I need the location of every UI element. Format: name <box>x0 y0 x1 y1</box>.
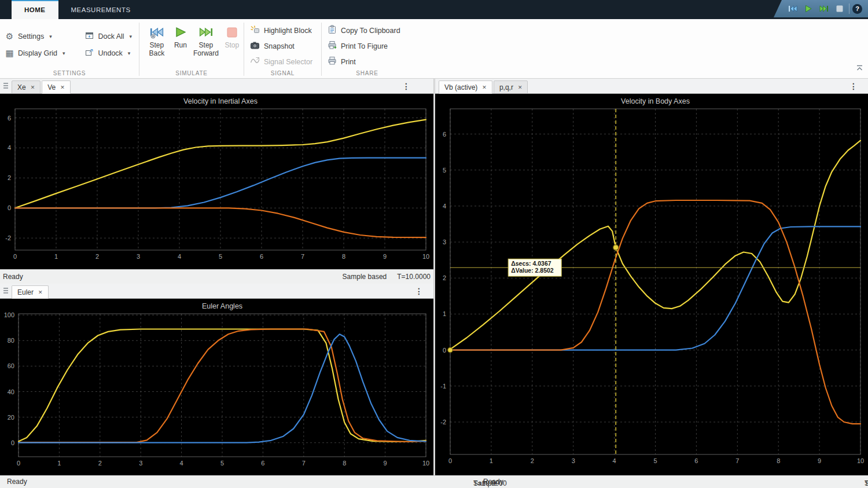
copy-to-clipboard-label: Copy To Clipboard <box>341 27 400 35</box>
playback-divider <box>849 3 849 14</box>
svg-text:2: 2 <box>95 253 99 260</box>
svg-text:5: 5 <box>219 253 222 260</box>
svg-text:-1: -1 <box>440 383 446 390</box>
signal-selector-button[interactable]: Signal Selector <box>250 54 321 69</box>
status-ready: Ready <box>7 478 27 486</box>
tab-ve[interactable]: Ve ✕ <box>42 80 71 94</box>
ribbon-group-share: Copy To Clipboard Print To Figure <box>322 19 413 78</box>
dock-icon <box>84 31 94 41</box>
svg-text:6: 6 <box>694 457 698 464</box>
undock-label: Undock <box>98 49 122 57</box>
close-tab-icon[interactable]: ✕ <box>38 289 43 295</box>
undock-button[interactable]: Undock ▾ <box>84 45 139 61</box>
signal-selector-label: Signal Selector <box>264 58 312 66</box>
highlight-block-label: Highlight Block <box>264 27 312 35</box>
svg-text:0: 0 <box>448 457 452 464</box>
collapse-ribbon-icon <box>856 65 863 71</box>
tab-label: Vb (active) <box>444 83 477 91</box>
help-button[interactable]: ? <box>852 4 862 14</box>
status-sample-based: Sample based <box>343 273 387 281</box>
display-grid-button[interactable]: ▦ Display Grid ▾ <box>5 45 72 61</box>
settings-button[interactable]: ⚙ Settings ▾ <box>5 28 72 44</box>
svg-text:7: 7 <box>301 253 304 260</box>
copy-to-clipboard-button[interactable]: Copy To Clipboard <box>328 23 413 38</box>
svg-text:ΔValue: 2.8502: ΔValue: 2.8502 <box>511 267 554 274</box>
tab-pqr[interactable]: p,q,r ✕ <box>494 80 528 94</box>
svg-text:10: 10 <box>422 253 429 260</box>
svg-text:1: 1 <box>57 460 61 467</box>
svg-text:10: 10 <box>422 460 429 467</box>
svg-text:40: 40 <box>8 388 14 395</box>
svg-text:80: 80 <box>8 337 14 344</box>
collapse-ribbon-button[interactable] <box>856 63 863 74</box>
svg-text:1: 1 <box>54 253 58 260</box>
svg-text:4: 4 <box>180 460 183 467</box>
chevron-down-icon[interactable]: ▾ <box>49 34 52 39</box>
svg-text:0: 0 <box>13 253 17 260</box>
svg-text:6: 6 <box>8 115 11 122</box>
svg-text:3: 3 <box>137 253 140 260</box>
svg-text:1: 1 <box>490 457 493 464</box>
svg-text:Velocity in Inertial Axes: Velocity in Inertial Axes <box>183 97 258 105</box>
close-tab-icon[interactable]: ✕ <box>31 85 35 90</box>
bottom-statusbar: Ready Sample based T=10.0000 Ready Sampl… <box>0 475 868 488</box>
chevron-down-icon[interactable]: ▾ <box>130 34 133 39</box>
highlight-block-button[interactable]: Highlight Block <box>250 23 321 38</box>
chevron-down-icon[interactable]: ▾ <box>128 50 131 56</box>
svg-text:Δsecs: 4.0367: Δsecs: 4.0367 <box>511 260 551 267</box>
kebab-menu-icon[interactable]: ⋮ <box>415 287 423 296</box>
tab-vb-active[interactable]: Vb (active) ✕ <box>439 80 492 94</box>
group-label-settings: SETTINGS <box>0 70 139 76</box>
print-button[interactable]: Print <box>328 54 413 69</box>
right-panel: Vb (active) ✕ p,q,r ✕ ⋮ 012345678910-2-1… <box>435 79 868 475</box>
drag-handle-icon[interactable] <box>3 288 8 295</box>
tab-home[interactable]: HOME <box>12 0 58 19</box>
print-to-figure-button[interactable]: Print To Figure <box>328 38 413 54</box>
svg-text:3: 3 <box>139 460 142 467</box>
tab-label: Ve <box>47 83 56 91</box>
run-label: Run <box>174 41 187 49</box>
step-forward-label: Step Forward <box>192 41 220 57</box>
chart-euler-angles[interactable]: 012345678910020406080100Euler Angles <box>0 299 433 475</box>
settings-label: Settings <box>18 32 44 41</box>
toolstrip-tabbar: HOME MEASUREMENTS <box>0 0 868 19</box>
drag-handle-icon[interactable] <box>3 83 8 90</box>
svg-text:4: 4 <box>8 144 11 151</box>
kebab-menu-icon[interactable]: ⋮ <box>849 82 858 91</box>
svg-text:8: 8 <box>343 460 346 467</box>
highlight-block-icon <box>250 25 260 36</box>
tab-label: p,q,r <box>499 83 513 91</box>
svg-text:20: 20 <box>8 414 14 421</box>
chart-velocity-body-axes[interactable]: 012345678910-2-10123456Velocity in Body … <box>435 94 868 475</box>
stop-button[interactable] <box>833 2 846 15</box>
dock-all-button[interactable]: Dock All ▾ <box>84 28 139 44</box>
play-icon <box>804 5 812 13</box>
step-back-label: Step Back <box>144 41 170 57</box>
chart-velocity-inertial-axes[interactable]: 012345678910-20246Velocity in Inertial A… <box>0 94 433 269</box>
tab-xe[interactable]: Xe ✕ <box>12 80 41 94</box>
snapshot-button[interactable]: Snapshot <box>250 38 321 54</box>
run-button[interactable] <box>802 2 815 15</box>
step-forward-icon <box>198 24 214 41</box>
print-label: Print <box>341 58 356 66</box>
step-forward-button[interactable] <box>818 2 830 15</box>
camera-icon <box>250 41 260 52</box>
kebab-menu-icon[interactable]: ⋮ <box>402 82 410 91</box>
chevron-down-icon[interactable]: ▾ <box>62 50 65 56</box>
svg-text:9: 9 <box>383 253 387 260</box>
tab-euler[interactable]: Euler ✕ <box>12 285 49 299</box>
close-tab-icon[interactable]: ✕ <box>482 85 487 90</box>
svg-text:4: 4 <box>613 457 616 464</box>
status-time: T=10.0000 <box>397 273 431 281</box>
svg-text:8: 8 <box>342 253 345 260</box>
tab-measurements[interactable]: MEASUREMENTS <box>58 0 144 19</box>
ribbon-group-settings: ⚙ Settings ▾ Dock All ▾ <box>0 19 139 78</box>
close-tab-icon[interactable]: ✕ <box>60 85 65 90</box>
close-tab-icon[interactable]: ✕ <box>518 85 523 90</box>
svg-text:60: 60 <box>8 362 14 369</box>
svg-text:6: 6 <box>261 460 264 467</box>
group-label-simulate: SIMULATE <box>139 70 244 76</box>
svg-text:3: 3 <box>443 239 446 245</box>
step-back-button[interactable] <box>786 2 799 15</box>
step-forward-icon <box>819 5 829 13</box>
